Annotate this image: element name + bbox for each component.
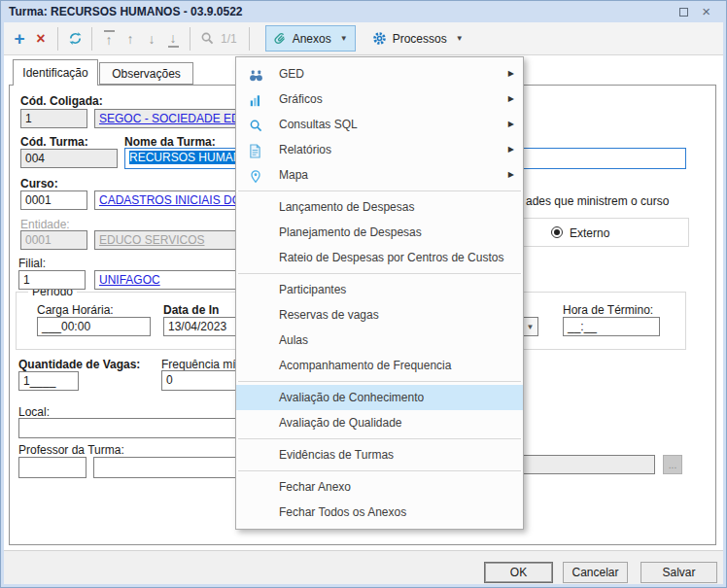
bar-chart-icon — [249, 91, 264, 107]
menu-item-relatorios[interactable]: Relatórios ▶ — [236, 137, 523, 162]
hora-termino-label: Hora de Término: — [563, 303, 653, 317]
zoom-button[interactable] — [196, 26, 218, 52]
frequencia-label: Frequência mín — [161, 358, 242, 371]
curso-desc-box: CADASTROS INICIAIS DO TR — [94, 190, 239, 210]
toolbar-separator — [91, 27, 92, 51]
paperclip-icon — [273, 31, 287, 46]
menu-item-label: Aulas — [279, 333, 308, 347]
cod-coligada-desc-box: SEGOC - SOCIEDADE EDUC — [94, 109, 239, 128]
menu-item-label: Avaliação de Qualidade — [279, 416, 402, 430]
browse-button[interactable]: ... — [663, 455, 682, 474]
ok-button[interactable]: OK — [484, 562, 553, 583]
menu-item-consultas-sql[interactable]: Consultas SQL ▶ — [236, 112, 523, 137]
anexos-button[interactable]: Anexos ▼ — [265, 25, 356, 52]
menu-item-evidencias-turmas[interactable]: Evidências de Turmas — [236, 442, 523, 467]
local-label: Local: — [18, 405, 50, 419]
menu-item-avaliacao-qualidade[interactable]: Avaliação de Qualidade — [236, 410, 523, 435]
filial-desc-box: UNIFAGOC — [94, 270, 239, 290]
chevron-down-icon: ▼ — [456, 34, 464, 43]
menu-item-label: Participantes — [279, 283, 346, 296]
filial-label: Filial: — [18, 257, 46, 270]
refresh-button[interactable] — [64, 26, 86, 52]
combo-dropdown-button[interactable]: ▼ — [522, 317, 538, 336]
anexos-dropdown-menu: GED ▶ Gráficos ▶ Consultas SQL ▶ Relatór… — [235, 56, 524, 530]
delete-x-icon: × — [36, 30, 45, 48]
menu-item-graficos[interactable]: Gráficos ▶ — [236, 86, 523, 112]
menu-item-label: Lançamento de Despesas — [279, 200, 414, 214]
menu-item-fechar-anexo[interactable]: Fechar Anexo — [236, 474, 523, 500]
save-button[interactable]: Salvar — [640, 562, 717, 583]
menu-item-ged[interactable]: GED ▶ — [236, 61, 523, 86]
curso-label: Curso: — [20, 177, 58, 190]
menu-item-label: GED — [279, 67, 304, 81]
cod-turma-input[interactable]: 004 — [20, 149, 118, 168]
maximize-icon[interactable] — [679, 8, 688, 17]
app-window: Turma: RECURSOS HUMANOS - 03.9.0522 × + … — [0, 0, 727, 588]
tab-observacoes[interactable]: Observações — [99, 62, 193, 85]
menu-item-planejamento-despesas[interactable]: Planejamento de Despesas — [236, 220, 523, 245]
professor-code-input[interactable] — [18, 457, 87, 478]
title-bar: Turma: RECURSOS HUMANOS - 03.9.0522 × — [1, 1, 727, 22]
arrow-up-bar-icon: ↑ — [104, 30, 115, 48]
menu-item-label: Evidências de Turmas — [279, 448, 394, 462]
menu-item-label: Fechar Anexo — [279, 480, 351, 494]
cod-turma-label: Cód. Turma: — [20, 135, 88, 149]
hora-termino-input[interactable]: __:__ — [563, 317, 660, 336]
data-inicio-input[interactable]: 13/04/2023 — [163, 317, 239, 336]
frequencia-input[interactable]: 0 — [161, 370, 240, 391]
menu-item-acompanhamento-frequencia[interactable]: Acompanhamento de Frequencia — [236, 353, 523, 378]
menu-item-mapa[interactable]: Mapa ▶ — [236, 162, 523, 188]
toolbar-separator — [57, 27, 58, 51]
externo-label: Externo — [570, 226, 609, 240]
chevron-down-icon: ▼ — [527, 323, 535, 331]
magnifier-icon — [200, 31, 215, 46]
tab-label: Identificação — [22, 66, 87, 80]
processos-label: Processos — [393, 32, 447, 46]
cancel-button[interactable]: Cancelar — [563, 562, 628, 583]
gear-icon — [372, 31, 387, 46]
menu-item-avaliacao-conhecimento[interactable]: Avaliação de Conhecimento — [236, 385, 523, 410]
close-icon[interactable]: × — [702, 7, 710, 17]
carga-horaria-input[interactable]: ___00:00 — [37, 317, 151, 336]
search-icon — [249, 117, 264, 132]
add-button[interactable]: + — [9, 26, 30, 52]
coligada-link[interactable]: SEGOC - SOCIEDADE EDUC — [99, 112, 239, 125]
processos-button[interactable]: Processos ▼ — [365, 25, 470, 52]
menu-item-aulas[interactable]: Aulas — [236, 328, 523, 353]
vagas-input[interactable]: 1____ — [18, 371, 79, 391]
local-input[interactable] — [18, 418, 240, 438]
menu-separator — [238, 273, 521, 274]
previous-record-button[interactable]: ↑ — [120, 26, 141, 52]
menu-separator — [238, 470, 521, 471]
entidade-link: EDUCO SERVICOS — [99, 233, 204, 247]
arrow-down-icon: ↓ — [147, 31, 157, 47]
window-title: Turma: RECURSOS HUMANOS - 03.9.0522 — [9, 5, 243, 18]
submenu-arrow-icon: ▶ — [508, 61, 514, 86]
tab-identificacao[interactable]: Identificação — [13, 59, 98, 86]
menu-item-label: Gráficos — [279, 92, 323, 106]
menu-item-lancamento-despesas[interactable]: Lançamento de Despesas — [236, 194, 523, 220]
cod-coligada-input[interactable]: 1 — [20, 109, 87, 128]
menu-separator — [238, 438, 521, 439]
curso-input[interactable]: 0001 — [20, 190, 87, 210]
first-record-button[interactable]: ↑ — [98, 26, 120, 52]
last-record-button[interactable]: ↓ — [162, 26, 184, 52]
menu-item-label: Relatórios — [279, 143, 331, 156]
filial-input[interactable]: 1 — [18, 270, 86, 290]
next-record-button[interactable]: ↓ — [141, 26, 162, 52]
professor-label: Professor da Turma: — [18, 443, 124, 457]
menu-item-participantes[interactable]: Participantes — [236, 277, 523, 302]
delete-button[interactable]: × — [30, 26, 52, 52]
curso-link[interactable]: CADASTROS INICIAIS DO TR — [99, 193, 239, 207]
menu-item-rateio-despesas[interactable]: Rateio de Despesas por Centros de Custos — [236, 245, 523, 270]
arrow-down-bar-icon: ↓ — [168, 30, 179, 48]
filial-link[interactable]: UNIFAGOC — [99, 273, 160, 287]
menu-item-reservas-vagas[interactable]: Reservas de vagas — [236, 302, 523, 328]
footer-bar: OK Cancelar Salvar — [1, 550, 727, 588]
menu-separator — [238, 381, 521, 382]
menu-item-label: Reservas de vagas — [279, 308, 379, 322]
submenu-arrow-icon: ▶ — [508, 112, 514, 137]
professor-desc-input[interactable] — [93, 457, 240, 478]
report-icon — [249, 142, 264, 157]
menu-item-fechar-todos-anexos[interactable]: Fechar Todos os Anexos — [236, 500, 523, 525]
